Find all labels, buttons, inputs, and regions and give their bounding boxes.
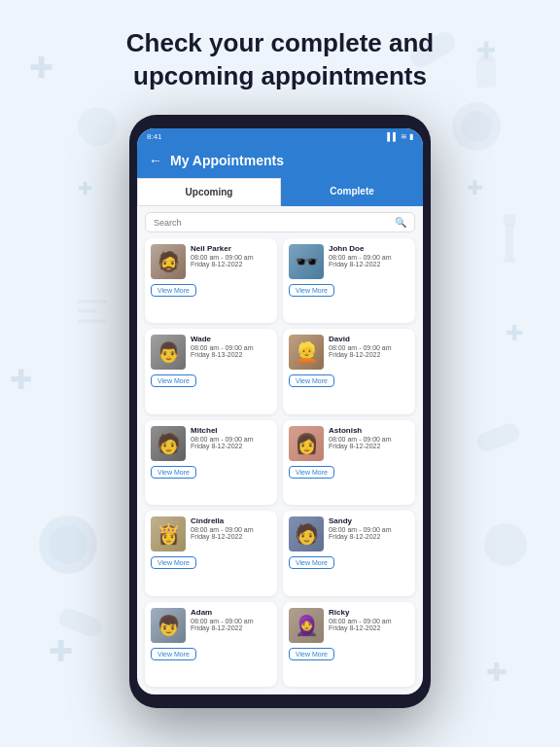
tab-complete[interactable]: Complete: [281, 178, 423, 206]
appointment-card: 👸 Cindrella 08:00 am - 09:00 am Friday 8…: [145, 511, 277, 595]
appt-name: Astonish: [329, 426, 409, 435]
tablet-frame: 8:41 ▌▌ ≋ ▮ ← My Appointments Upcoming C…: [129, 115, 431, 708]
appt-time: 08:00 am - 09:00 am: [191, 254, 271, 261]
svg-rect-15: [56, 606, 104, 639]
appt-top: 🧔 Neil Parker 08:00 am - 09:00 am Friday…: [151, 244, 271, 279]
appt-date: Friday 8-12-2022: [329, 533, 409, 540]
appt-info: Neil Parker 08:00 am - 09:00 am Friday 8…: [191, 244, 271, 267]
svg-text:✚: ✚: [78, 179, 92, 198]
appt-date: Friday 8-13-2022: [191, 351, 271, 358]
appt-avatar: 👸: [151, 516, 186, 551]
appointment-card: 👨 Wade 08:00 am - 09:00 am Friday 8-13-2…: [145, 329, 277, 413]
appointments-grid: 🧔 Neil Parker 08:00 am - 09:00 am Friday…: [137, 238, 423, 694]
appointment-card: 👩 Astonish 08:00 am - 09:00 am Friday 8-…: [283, 420, 415, 505]
appt-avatar: 🧑: [151, 426, 186, 461]
appt-avatar: 🧔: [151, 244, 186, 279]
svg-point-8: [39, 516, 97, 574]
appointment-card: 👱 David 08:00 am - 09:00 am Friday 8-12-…: [283, 329, 415, 413]
appointment-card: 🕶️ John Doe 08:00 am - 09:00 am Friday 8…: [283, 238, 415, 323]
appt-info: Mitchel 08:00 am - 09:00 am Friday 8-12-…: [191, 426, 271, 449]
appt-info: Wade 08:00 am - 09:00 am Friday 8-13-202…: [191, 335, 271, 358]
appt-name: Sandy: [329, 516, 409, 525]
tab-upcoming[interactable]: Upcoming: [137, 178, 281, 206]
appt-info: Astonish 08:00 am - 09:00 am Friday 8-12…: [329, 426, 409, 449]
svg-text:✚: ✚: [506, 321, 523, 345]
appt-info: Adam 08:00 am - 09:00 am Friday 8-12-202…: [191, 608, 271, 631]
search-input[interactable]: [154, 218, 395, 228]
appt-time: 08:00 am - 09:00 am: [329, 344, 409, 351]
header-title: My Appointments: [170, 153, 284, 168]
appt-name: John Doe: [329, 244, 409, 253]
view-more-button[interactable]: View More: [289, 374, 334, 387]
appt-time: 08:00 am - 09:00 am: [191, 344, 271, 351]
svg-point-11: [461, 111, 492, 142]
appt-time: 08:00 am - 09:00 am: [329, 436, 409, 443]
appt-name: Adam: [191, 608, 271, 617]
appt-top: 🧕 Ricky 08:00 am - 09:00 am Friday 8-12-…: [289, 608, 409, 643]
appt-avatar: 👩: [289, 426, 324, 461]
svg-rect-17: [506, 224, 513, 258]
back-arrow-icon[interactable]: ←: [149, 153, 162, 168]
appt-date: Friday 8-12-2022: [191, 533, 271, 540]
appt-top: 👨 Wade 08:00 am - 09:00 am Friday 8-13-2…: [151, 335, 271, 370]
appt-date: Friday 8-12-2022: [191, 443, 271, 449]
view-more-button[interactable]: View More: [289, 556, 334, 569]
appt-date: Friday 8-12-2022: [329, 261, 409, 267]
status-time: 8:41: [147, 132, 162, 141]
view-more-button[interactable]: View More: [151, 284, 196, 297]
appointment-card: 👦 Adam 08:00 am - 09:00 am Friday 8-12-2…: [145, 602, 277, 687]
view-more-button[interactable]: View More: [289, 466, 334, 479]
appt-info: Cindrella 08:00 am - 09:00 am Friday 8-1…: [191, 516, 271, 540]
appt-top: 🧑 Sandy 08:00 am - 09:00 am Friday 8-12-…: [289, 516, 409, 551]
appointment-card: 🧑 Sandy 08:00 am - 09:00 am Friday 8-12-…: [283, 511, 415, 595]
search-icon: 🔍: [395, 217, 406, 228]
view-more-button[interactable]: View More: [151, 466, 196, 479]
svg-rect-19: [504, 214, 515, 226]
headline-line1: Check your complete and: [126, 28, 434, 57]
appt-date: Friday 8-12-2022: [329, 351, 409, 358]
appt-time: 08:00 am - 09:00 am: [191, 526, 271, 533]
view-more-button[interactable]: View More: [151, 648, 196, 660]
svg-rect-16: [474, 421, 522, 454]
view-more-button[interactable]: View More: [289, 284, 334, 297]
svg-point-13: [484, 523, 527, 566]
appt-top: 🧑 Mitchel 08:00 am - 09:00 am Friday 8-1…: [151, 426, 271, 461]
app-header: ← My Appointments: [137, 145, 423, 178]
svg-point-9: [49, 525, 88, 564]
tabs-container: Upcoming Complete: [137, 178, 423, 206]
svg-point-12: [78, 107, 117, 146]
appt-name: Cindrella: [191, 516, 271, 525]
view-more-button[interactable]: View More: [151, 556, 196, 569]
svg-text:✚: ✚: [467, 177, 483, 198]
appt-name: Wade: [191, 335, 271, 343]
appt-info: Ricky 08:00 am - 09:00 am Friday 8-12-20…: [329, 608, 409, 631]
appt-avatar: 👱: [289, 335, 324, 370]
appt-top: 👸 Cindrella 08:00 am - 09:00 am Friday 8…: [151, 516, 271, 551]
appt-avatar: 🧕: [289, 608, 324, 643]
appt-avatar: 👨: [151, 335, 186, 370]
appt-time: 08:00 am - 09:00 am: [191, 618, 271, 624]
search-bar: 🔍: [145, 212, 415, 232]
svg-text:✚: ✚: [49, 635, 73, 667]
view-more-button[interactable]: View More: [289, 648, 334, 660]
appt-top: 👦 Adam 08:00 am - 09:00 am Friday 8-12-2…: [151, 608, 271, 643]
status-bar: 8:41 ▌▌ ≋ ▮: [137, 128, 423, 145]
headline-line2: upcoming appointments: [133, 61, 427, 90]
appt-name: Neil Parker: [191, 244, 271, 253]
svg-rect-18: [504, 258, 515, 263]
appt-avatar: 👦: [151, 608, 186, 643]
appt-date: Friday 8-12-2022: [191, 624, 271, 631]
appointment-card: 🧕 Ricky 08:00 am - 09:00 am Friday 8-12-…: [283, 602, 415, 687]
appt-time: 08:00 am - 09:00 am: [191, 436, 271, 443]
appt-info: Sandy 08:00 am - 09:00 am Friday 8-12-20…: [329, 516, 409, 540]
appt-avatar: 🕶️: [289, 244, 324, 279]
appt-time: 08:00 am - 09:00 am: [329, 526, 409, 533]
appt-top: 👱 David 08:00 am - 09:00 am Friday 8-12-…: [289, 335, 409, 370]
appt-info: John Doe 08:00 am - 09:00 am Friday 8-12…: [329, 244, 409, 267]
view-more-button[interactable]: View More: [151, 374, 196, 387]
appt-time: 08:00 am - 09:00 am: [329, 254, 409, 261]
appt-name: David: [329, 335, 409, 343]
appt-name: Ricky: [329, 608, 409, 617]
tablet-screen: 8:41 ▌▌ ≋ ▮ ← My Appointments Upcoming C…: [137, 128, 423, 694]
appt-top: 👩 Astonish 08:00 am - 09:00 am Friday 8-…: [289, 426, 409, 461]
